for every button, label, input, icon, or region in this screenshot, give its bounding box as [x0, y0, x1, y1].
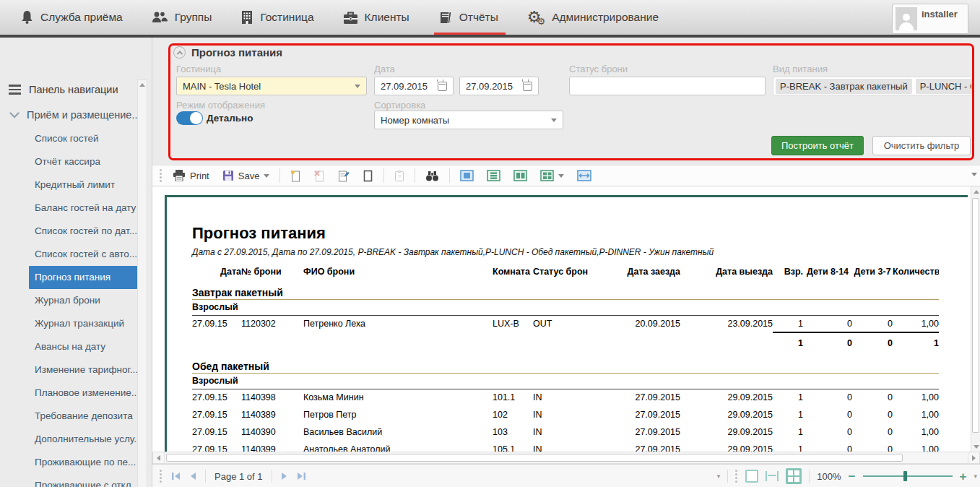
calendar-icon[interactable] — [523, 82, 532, 91]
scroll-down-icon[interactable] — [971, 441, 980, 452]
new-page-button[interactable] — [287, 168, 304, 184]
sidebar-item-cashier-report[interactable]: Отчёт кассира — [0, 150, 139, 173]
delete-page-button[interactable] — [311, 168, 328, 184]
nav-tab-hotel[interactable]: Гостиница — [240, 0, 313, 35]
build-report-button[interactable]: Построить отчёт — [771, 136, 864, 155]
horizontal-scrollbar[interactable] — [152, 452, 980, 464]
next-page-button[interactable] — [281, 472, 288, 480]
date-to-input[interactable]: 27.09.2015 — [459, 77, 539, 95]
table-cell: 27.09.15 — [192, 441, 241, 452]
nav-tab-clients[interactable]: Клиенты — [343, 0, 409, 35]
toolbar-drag-handle[interactable] — [160, 169, 162, 182]
sidebar-item-booking-journal[interactable]: Журнал брони — [0, 289, 139, 312]
zoom-fit-width-icon[interactable] — [766, 471, 779, 481]
last-page-button[interactable] — [297, 472, 306, 480]
sidebar-group-reception[interactable]: Приём и размещение... — [9, 109, 141, 121]
sidebar-item-tariff-change[interactable]: Изменение тарифног... — [0, 358, 139, 382]
zoom-in-button[interactable]: + — [960, 470, 967, 483]
parameters-button[interactable]: ? — [391, 168, 407, 184]
meal-tag[interactable]: P-BREAK - Завтрак пакетный — [776, 79, 912, 94]
user-badge[interactable]: installer — [892, 4, 968, 34]
hotel-select[interactable]: MAIN - Tesla Hotel — [176, 77, 367, 95]
date-label: Дата — [374, 64, 395, 74]
sidebar-item-advances[interactable]: Авансы на дату — [0, 335, 139, 358]
col-header: Комната — [493, 264, 533, 279]
nav-tab-groups[interactable]: Группы — [152, 0, 212, 35]
zoom-out-button[interactable]: − — [849, 470, 856, 483]
sidebar-item-deposit-requirement[interactable]: Требование депозита — [0, 405, 139, 428]
table-cell: 27.09.15 — [192, 389, 241, 406]
sidebar-item-planned-change[interactable]: Плановое изменение... — [0, 382, 139, 405]
table-cell: 27.09.15 — [192, 423, 241, 441]
table-cell: 29.09.2015 — [680, 389, 773, 406]
nav-tab-reception[interactable]: Служба приёма — [20, 0, 123, 35]
toolbar-overflow-icon[interactable] — [971, 173, 977, 176]
nav-label: Группы — [175, 11, 212, 24]
scroll-up-icon[interactable] — [139, 83, 145, 87]
previous-page-button[interactable] — [189, 472, 196, 480]
totals-row: 1 0 0 1 — [192, 332, 939, 353]
nav-tab-administration[interactable]: ⚙⚙ Администрирование — [527, 0, 659, 35]
fit-page-width-button[interactable] — [574, 168, 594, 184]
scroll-right-icon[interactable] — [968, 452, 979, 463]
zoom-slider-handle[interactable] — [903, 471, 907, 481]
sidebar-item-guest-balance[interactable]: Баланс гостей на дату — [0, 197, 139, 220]
scroll-up-icon[interactable] — [971, 186, 980, 197]
vertical-scrollbar[interactable] — [971, 186, 980, 452]
zoom-single-page-icon[interactable] — [745, 470, 758, 483]
table-cell: 23.09.2015 — [680, 315, 773, 332]
table-cell: 29.09.2015 — [680, 423, 773, 441]
find-button[interactable] — [422, 168, 442, 184]
menu-icon — [9, 85, 21, 95]
edit-page-button[interactable] — [335, 168, 352, 184]
zoom-controls: ▾ 100% − + ▾ — [717, 465, 977, 487]
table-header-row: Дата № брони ФИО брони Комната Статус бр… — [192, 264, 939, 279]
sidebar-item-meal-forecast[interactable]: Прогноз питания — [29, 266, 137, 289]
sidebar-item-transaction-journal[interactable]: Журнал транзакций — [0, 312, 139, 335]
nav-tab-reports[interactable]: Отчёты — [438, 0, 498, 35]
zoom-drag-handle[interactable] — [735, 470, 738, 483]
view-continuous-button[interactable] — [484, 168, 503, 184]
view-facing-button[interactable] — [511, 168, 530, 184]
sidebar-header[interactable]: Панель навигации — [9, 84, 118, 95]
sidebar-item-additional-services[interactable]: Дополнительные услу... — [0, 428, 139, 451]
page-setup-button[interactable] — [360, 168, 376, 184]
first-page-button[interactable] — [171, 472, 181, 480]
scroll-left-icon[interactable] — [153, 452, 165, 463]
briefcase-icon — [343, 11, 358, 25]
sidebar-item-guests-auto[interactable]: Список гостей с авто... — [0, 243, 139, 266]
vertical-scroll-thumb[interactable] — [972, 198, 979, 433]
detail-mode-toggle[interactable] — [176, 111, 203, 125]
statusbar-drag-handle[interactable] — [160, 470, 162, 483]
zoom-slider[interactable] — [863, 471, 953, 481]
sidebar-item-guest-list[interactable]: Список гостей — [0, 127, 139, 150]
sort-select[interactable]: Номер комнаты — [374, 111, 563, 129]
save-button[interactable]: Save — [220, 168, 273, 184]
table-cell: 101.1 — [493, 389, 533, 406]
booking-status-input[interactable] — [569, 77, 766, 95]
report-toolbar: Print Save ? — [152, 165, 980, 186]
zoom-multipage-icon[interactable] — [786, 468, 802, 484]
collapse-panel-icon[interactable]: ▾ — [974, 473, 977, 480]
view-multipage-button[interactable] — [537, 168, 567, 184]
print-button[interactable]: Print — [170, 168, 212, 184]
report-table: Дата № брони ФИО брони Комната Статус бр… — [192, 264, 939, 452]
view-single-page-button[interactable] — [457, 168, 477, 184]
horizontal-scroll-thumb[interactable] — [166, 454, 903, 462]
sidebar-item-guests-by-date[interactable]: Список гостей по дат... — [0, 220, 139, 243]
sidebar-scrollbar[interactable] — [137, 79, 147, 487]
sidebar-item-residents-deviation[interactable]: Проживающие с откл... — [0, 474, 139, 487]
collapse-panel-icon[interactable]: ▾ — [717, 473, 721, 480]
sidebar-item-credit-limit[interactable]: Кредитный лимит — [0, 173, 139, 197]
clear-filter-button[interactable]: Очистить фильтр — [872, 136, 971, 155]
table-row: 27.09.15 1140398 Козьма Минин 101.1 IN 2… — [192, 389, 939, 406]
sidebar-item-residents-by-period[interactable]: Проживающие по пе... — [0, 451, 139, 474]
collapse-panel-icon[interactable] — [173, 46, 186, 59]
calendar-icon[interactable] — [438, 82, 447, 91]
col-header: ФИО брони — [293, 264, 493, 279]
date-from-input[interactable]: 27.09.2015 — [374, 77, 454, 95]
meal-type-multiselect[interactable]: P-BREAK - Завтрак пакетный P-LUNCH - Обе… — [773, 77, 972, 95]
table-cell: 1140389 — [241, 406, 293, 423]
meal-tag[interactable]: P-LUNCH - Обед пакетный — [916, 79, 972, 94]
page-setup-icon — [363, 170, 373, 182]
